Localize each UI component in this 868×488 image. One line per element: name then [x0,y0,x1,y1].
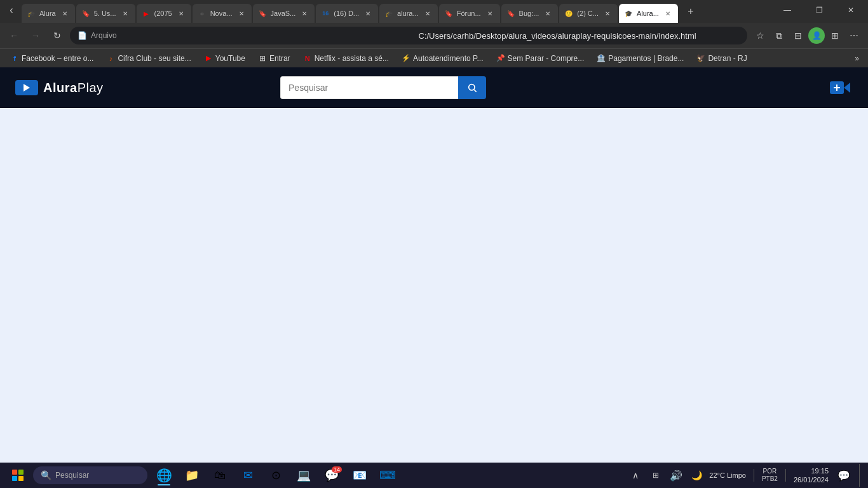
bookmarks-more-button[interactable]: » [851,52,863,65]
start-button[interactable] [5,464,31,487]
tab-1[interactable]: 🎓 Alura ✕ [22,4,75,23]
notification-button[interactable]: 💬 [834,464,854,487]
tab-close-2[interactable]: ✕ [120,8,130,18]
tab-close-4[interactable]: ✕ [236,8,247,18]
tab-close-8[interactable]: ✕ [485,8,495,18]
upload-button[interactable] [827,75,853,100]
aluraplay-header: AluraPlay [0,67,868,108]
svg-line-1 [474,90,477,92]
tab-10[interactable]: 🙂 (2) C... ✕ [559,4,618,23]
minimize-button[interactable]: — [773,0,802,20]
store-icon: 🛍 [214,469,226,482]
forward-button[interactable]: → [27,27,44,44]
tab-9[interactable]: 🔖 Bug:... ✕ [501,4,559,23]
taskbar-vscode[interactable]: ⌨ [375,464,400,487]
explorer-icon: 📁 [185,468,199,482]
close-button[interactable]: ✕ [836,0,865,20]
show-desktop-button[interactable] [859,464,863,487]
profile-button[interactable]: 👤 [808,27,825,44]
extensions-button[interactable]: ⊞ [826,27,844,44]
tab-favicon-2: 🔖 [81,9,90,18]
autoatendimento-bookmark-icon: ⚡ [402,54,410,63]
weather-temp: 22°C Limpo [709,471,746,479]
bookmark-autoatendimento[interactable]: ⚡ Autoatendimento P... [397,52,489,65]
app-content: AluraPlay [0,67,868,488]
tab-11-active[interactable]: 🎓 Alura... ✕ [619,4,678,23]
bookmark-facebook-label: Facebook – entre o... [22,54,93,63]
bookmark-bradesco[interactable]: 🏦 Pagamentos | Brade... [592,52,689,65]
tab-7[interactable]: 🎓 alura... ✕ [379,4,438,23]
taskbar-edge[interactable]: 🌐 [151,464,177,487]
tray-volume[interactable]: 🔊 [668,468,684,483]
tab-8[interactable]: 🔖 Fórun... ✕ [439,4,500,23]
taskbar-powershell[interactable]: 💻 [291,464,316,487]
tab-4[interactable]: ○ Nova... ✕ [193,4,252,23]
new-tab-button[interactable]: + [682,3,700,20]
tab-close-7[interactable]: ✕ [423,8,433,18]
bookmark-semparar[interactable]: 📌 Sem Parar - Compre... [491,52,590,65]
tab-close-1[interactable]: ✕ [60,8,70,18]
taskbar-mail[interactable]: ✉ [235,464,261,487]
taskbar-outlook[interactable]: 📧 [347,464,372,487]
tab-close-10[interactable]: ✕ [602,8,613,18]
taskbar-chrome[interactable]: ⊙ [263,464,288,487]
svg-marker-3 [844,83,850,93]
vscode-icon: ⌨ [379,468,396,482]
bookmark-star-button[interactable]: ☆ [751,27,769,44]
tab-close-11[interactable]: ✕ [663,8,673,18]
bookmark-microsoft-label: Entrar [269,54,290,63]
tab-favicon-8: 🔖 [444,9,453,18]
tab-scroll-left[interactable]: ‹ [3,1,20,19]
tab-title-2: 5. Us... [94,10,116,17]
tab-title-5: JavaS... [271,10,296,17]
browser-sidebar-button[interactable]: ⊟ [789,27,807,44]
bookmarks-bar: f Facebook – entre o... ♪ Cifra Club - s… [0,48,868,67]
back-button[interactable]: ← [5,27,23,44]
menu-button[interactable]: ⋯ [845,27,863,44]
split-screen-button[interactable]: ⧉ [770,27,788,44]
tray-battery[interactable]: 🌙 [689,468,704,483]
tab-3[interactable]: ▶ (2075 ✕ [137,4,191,23]
search-input[interactable] [280,76,458,99]
bookmark-netflix[interactable]: N Netflix - assista a sé... [298,52,394,65]
address-bar-url: C:/Users/carhb/Desktop/alura_videos/alur… [419,31,740,41]
tab-close-5[interactable]: ✕ [299,8,309,18]
bookmark-cifraclub-label: Cifra Club - seu site... [118,54,191,63]
youtube-bookmark-icon: ▶ [204,54,213,63]
tab-2[interactable]: 🔖 5. Us... ✕ [76,4,135,23]
address-input-wrapper[interactable]: 📄 Arquivo C:/Users/carhb/Desktop/alura_v… [70,27,747,44]
search-icon [467,83,477,93]
language-code: POR [763,468,777,475]
bookmark-cifraclub[interactable]: ♪ Cifra Club - seu site... [101,52,196,65]
taskbar-search[interactable]: 🔍 Pesquisar [33,466,147,484]
main-content-area [0,108,868,488]
netflix-bookmark-icon: N [303,54,312,63]
tray-chevron[interactable]: ∧ [628,468,643,483]
tab-close-3[interactable]: ✕ [176,8,186,18]
bookmark-detran[interactable]: 🦅 Detran - RJ [691,52,752,65]
tab-close-9[interactable]: ✕ [543,8,553,18]
search-button[interactable] [458,76,486,99]
taskbar-clock[interactable]: 19:15 26/01/2024 [794,466,829,485]
tab-title-4: Nova... [210,10,233,17]
tray-network[interactable]: ⊞ [648,468,663,483]
lock-icon: 📄 [78,31,87,40]
taskbar-explorer[interactable]: 📁 [179,464,205,487]
restore-button[interactable]: ❐ [804,0,834,20]
taskbar-whatsapp[interactable]: 💬 14 [319,464,344,487]
bookmark-youtube[interactable]: ▶ YouTube [199,52,250,65]
refresh-button[interactable]: ↻ [48,27,66,44]
outlook-icon: 📧 [353,468,367,482]
microsoft-bookmark-icon: ⊞ [258,54,267,63]
header-right [827,75,853,100]
tab-5[interactable]: 🔖 JavaS... ✕ [253,4,315,23]
tab-favicon-7: 🎓 [384,9,393,18]
bookmark-facebook[interactable]: f Facebook – entre o... [5,52,98,65]
whatsapp-badge: 14 [332,466,342,473]
aluraplay-logo[interactable]: AluraPlay [15,80,104,95]
tab-6[interactable]: 16 (16) D... ✕ [316,4,378,23]
taskbar-store[interactable]: 🛍 [207,464,233,487]
tab-close-6[interactable]: ✕ [363,8,373,18]
taskbar-apps: 🌐 📁 🛍 ✉ ⊙ 💻 💬 [150,464,400,487]
bookmark-microsoft[interactable]: ⊞ Entrar [253,52,295,65]
